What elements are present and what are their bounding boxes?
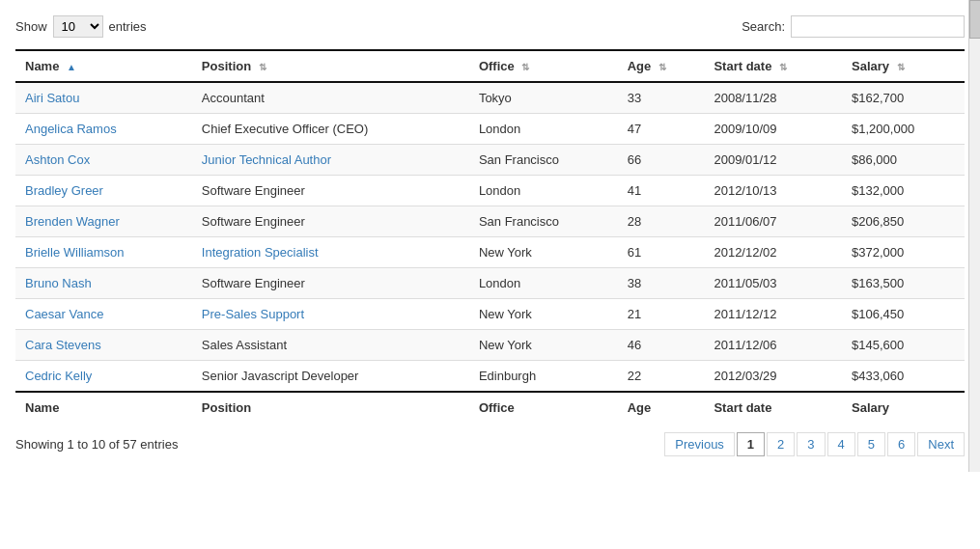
cell-salary: $433,060	[842, 361, 965, 393]
cell-salary: $162,700	[842, 82, 965, 114]
footer-col-position: Position	[192, 392, 469, 423]
sort-icon-salary: ⇅	[897, 62, 905, 72]
table-row: Ashton Cox Junior Technical Author San F…	[15, 145, 965, 176]
table-row: Angelica Ramos Chief Executive Officer (…	[15, 114, 965, 145]
table-row: Bruno Nash Software Engineer London 38 2…	[15, 268, 965, 299]
cell-start-date: 2011/12/06	[704, 330, 842, 361]
cell-age: 66	[618, 145, 705, 176]
cell-salary: $132,000	[842, 176, 965, 206]
entries-select[interactable]: 10 25 50 100	[53, 15, 103, 38]
cell-salary: $163,500	[842, 268, 965, 299]
footer-col-start-date: Start date	[704, 392, 842, 423]
col-start-date[interactable]: Start date ⇅	[704, 50, 842, 82]
table-body: Airi Satou Accountant Tokyo 33 2008/11/2…	[15, 82, 965, 392]
footer-col-office: Office	[469, 392, 618, 423]
cell-office: New York	[469, 330, 618, 361]
sort-icon-position: ⇅	[259, 62, 266, 72]
cell-name: Angelica Ramos	[15, 114, 192, 145]
table-row: Brenden Wagner Software Engineer San Fra…	[15, 206, 965, 237]
footer-col-age: Age	[618, 392, 705, 423]
table-row: Brielle Williamson Integration Specialis…	[15, 237, 965, 268]
table-row: Caesar Vance Pre-Sales Support New York …	[15, 299, 965, 330]
cell-age: 38	[618, 268, 705, 299]
cell-name: Bruno Nash	[15, 268, 192, 299]
cell-position: Chief Executive Officer (CEO)	[192, 114, 469, 145]
scrollbar-track	[968, 0, 980, 472]
cell-age: 28	[618, 206, 705, 237]
cell-position: Software Engineer	[192, 176, 469, 206]
cell-office: San Francisco	[469, 145, 618, 176]
cell-age: 21	[618, 299, 705, 330]
cell-office: New York	[469, 299, 618, 330]
cell-start-date: 2012/03/29	[704, 361, 842, 393]
cell-start-date: 2009/10/09	[704, 114, 842, 145]
cell-start-date: 2012/10/13	[704, 176, 842, 206]
cell-office: Edinburgh	[469, 361, 618, 393]
footer-row: Name Position Office Age Start date Sala…	[15, 392, 965, 423]
col-position[interactable]: Position ⇅	[192, 50, 469, 82]
cell-position: Sales Assistant	[192, 330, 469, 361]
pagination: Previous 1 2 3 4 5 6 Next	[664, 432, 965, 456]
cell-salary: $145,600	[842, 330, 965, 361]
footer-col-name: Name	[15, 392, 192, 423]
table-row: Cara Stevens Sales Assistant New York 46…	[15, 330, 965, 361]
top-controls: Show 10 25 50 100 entries Search:	[15, 15, 965, 38]
prev-button[interactable]: Previous	[664, 432, 735, 456]
col-age[interactable]: Age ⇅	[618, 50, 705, 82]
page-1-button[interactable]: 1	[737, 432, 765, 456]
search-area: Search:	[742, 15, 965, 38]
cell-position: Accountant	[192, 82, 469, 114]
cell-name: Bradley Greer	[15, 176, 192, 206]
col-salary[interactable]: Salary ⇅	[842, 50, 965, 82]
bottom-controls: Showing 1 to 10 of 57 entries Previous 1…	[15, 432, 965, 456]
cell-office: London	[469, 176, 618, 206]
page-2-button[interactable]: 2	[767, 432, 795, 456]
page-4-button[interactable]: 4	[827, 432, 855, 456]
sort-icon-start-date: ⇅	[779, 62, 787, 72]
cell-start-date: 2011/05/03	[704, 268, 842, 299]
cell-position: Senior Javascript Developer	[192, 361, 469, 393]
cell-age: 46	[618, 330, 705, 361]
show-entries-control: Show 10 25 50 100 entries	[15, 15, 147, 38]
cell-position: Software Engineer	[192, 268, 469, 299]
cell-name: Cara Stevens	[15, 330, 192, 361]
footer-col-salary: Salary	[842, 392, 965, 423]
sort-icon-name: ▲	[67, 62, 76, 72]
cell-age: 47	[618, 114, 705, 145]
cell-age: 33	[618, 82, 705, 114]
scrollbar-thumb[interactable]	[969, 0, 980, 39]
cell-position: Software Engineer	[192, 206, 469, 237]
page-6-button[interactable]: 6	[887, 432, 915, 456]
showing-info: Showing 1 to 10 of 57 entries	[15, 437, 178, 452]
cell-office: Tokyo	[469, 82, 618, 114]
cell-salary: $1,200,000	[842, 114, 965, 145]
cell-age: 41	[618, 176, 705, 206]
cell-name: Cedric Kelly	[15, 361, 192, 393]
search-input[interactable]	[791, 15, 965, 38]
cell-start-date: 2009/01/12	[704, 145, 842, 176]
sort-icon-age: ⇅	[658, 62, 666, 72]
cell-name: Airi Satou	[15, 82, 192, 114]
page-5-button[interactable]: 5	[857, 432, 885, 456]
col-name[interactable]: Name ▲	[15, 50, 192, 82]
cell-office: New York	[469, 237, 618, 268]
cell-salary: $372,000	[842, 237, 965, 268]
cell-age: 61	[618, 237, 705, 268]
data-table: Name ▲ Position ⇅ Office ⇅ Age ⇅	[15, 49, 965, 423]
cell-name: Brenden Wagner	[15, 206, 192, 237]
cell-position: Junior Technical Author	[192, 145, 469, 176]
next-button[interactable]: Next	[917, 432, 965, 456]
cell-age: 22	[618, 361, 705, 393]
cell-name: Brielle Williamson	[15, 237, 192, 268]
header-row: Name ▲ Position ⇅ Office ⇅ Age ⇅	[15, 50, 965, 82]
table-row: Cedric Kelly Senior Javascript Developer…	[15, 361, 965, 393]
page-3-button[interactable]: 3	[797, 432, 825, 456]
entries-label: entries	[109, 19, 147, 34]
cell-name: Ashton Cox	[15, 145, 192, 176]
table-row: Bradley Greer Software Engineer London 4…	[15, 176, 965, 206]
cell-office: San Francisco	[469, 206, 618, 237]
cell-position: Integration Specialist	[192, 237, 469, 268]
cell-office: London	[469, 114, 618, 145]
cell-salary: $106,450	[842, 299, 965, 330]
col-office[interactable]: Office ⇅	[469, 50, 618, 82]
